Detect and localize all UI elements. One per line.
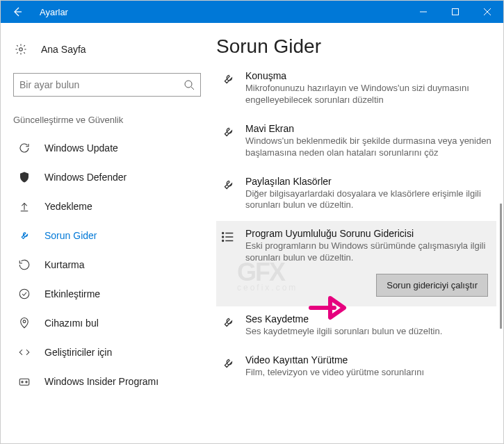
- svg-point-1: [19, 48, 23, 51]
- wrench-icon: [17, 229, 32, 242]
- sidebar-item-windows-defender[interactable]: Windows Defender: [13, 163, 201, 192]
- wrench-icon: [219, 315, 237, 330]
- nav-label: Etkinleştirme: [44, 288, 100, 299]
- troubleshooter-audio-recording[interactable]: Ses Kaydetme Ses kaydetmeyle ilgili soru…: [216, 306, 496, 347]
- nav-label: Kurtarma: [44, 259, 85, 270]
- svg-point-9: [222, 236, 224, 238]
- svg-point-6: [22, 381, 23, 383]
- troubleshooter-shared-folders[interactable]: Paylaşılan Klasörler Diğer bilgisayarlar…: [216, 169, 496, 222]
- home-label: Ana Sayfa: [41, 44, 86, 55]
- troubleshooter-speech[interactable]: Konuşma Mikrofonunuzu hazırlayın ve Wind…: [216, 63, 496, 116]
- sidebar-item-recovery[interactable]: Kurtarma: [13, 250, 201, 279]
- backup-icon: [17, 200, 32, 213]
- scrollbar[interactable]: [500, 65, 502, 426]
- sidebar-item-activation[interactable]: Etkinleştirme: [13, 279, 201, 309]
- list-icon: [219, 229, 237, 245]
- svg-point-4: [23, 320, 26, 323]
- sidebar: Ana Sayfa Bir ayar bulun Güncelleştirme …: [1, 23, 209, 443]
- find-device-icon: [17, 317, 32, 329]
- sidebar-item-find-device[interactable]: Cihazımı bul: [13, 309, 201, 338]
- sync-icon: [17, 142, 32, 154]
- window-title: Ayarlar: [34, 7, 68, 17]
- ts-desc: Ses kaydetmeyle ilgili sorunları bulun v…: [245, 326, 494, 338]
- ts-title: Mavi Ekran: [245, 123, 494, 134]
- troubleshooter-video-playback[interactable]: Video Kayıttan Yürütme Film, televizyon …: [216, 347, 496, 388]
- main-panel: Sorun Gider Konuşma Mikrofonunuzu hazırl…: [209, 23, 503, 443]
- ts-desc: Mikrofonunuzu hazırlayın ve Windows'un s…: [245, 83, 494, 106]
- nav-label: Cihazımı bul: [44, 318, 99, 329]
- home-link[interactable]: Ana Sayfa: [13, 35, 201, 63]
- svg-rect-0: [453, 9, 459, 15]
- nav-label: Geliştiriciler için: [44, 347, 112, 358]
- wrench-icon: [219, 177, 237, 192]
- troubleshooter-blue-screen[interactable]: Mavi Ekran Windows'un beklenmedik bir şe…: [216, 116, 496, 169]
- sidebar-item-developers[interactable]: Geliştiriciler için: [13, 338, 201, 367]
- sidebar-item-insider[interactable]: Windows Insider Programı: [13, 367, 201, 396]
- svg-point-7: [26, 381, 27, 383]
- minimize-button[interactable]: [407, 1, 439, 23]
- nav-label: Sorun Gider: [44, 230, 97, 241]
- gear-icon: [13, 43, 29, 56]
- ts-title: Konuşma: [245, 70, 494, 81]
- run-troubleshooter-button[interactable]: Sorun gidericiyi çalıştır: [376, 274, 488, 297]
- ts-desc: Windows'un beklenmedik bir şekilde durma…: [245, 135, 494, 159]
- wrench-icon: [219, 124, 237, 140]
- sidebar-item-troubleshoot[interactable]: Sorun Gider: [13, 221, 201, 250]
- back-button[interactable]: [1, 1, 34, 23]
- close-button[interactable]: [471, 1, 503, 23]
- ts-desc: Eski programların bu Windows sürümünde ç…: [245, 240, 494, 264]
- ts-title: Ses Kaydetme: [245, 313, 494, 324]
- svg-point-8: [222, 233, 224, 234]
- svg-rect-5: [19, 379, 29, 385]
- maximize-button[interactable]: [439, 1, 471, 23]
- ts-title: Video Kayıttan Yürütme: [245, 354, 494, 365]
- nav-label: Windows Defender: [44, 172, 127, 183]
- nav-label: Windows Insider Programı: [44, 376, 158, 387]
- troubleshooter-program-compatibility[interactable]: Program Uyumluluğu Sorunu Gidericisi Esk…: [216, 221, 496, 274]
- svg-point-2: [185, 81, 192, 88]
- nav-label: Yedekleme: [44, 201, 92, 212]
- wrench-icon: [219, 72, 237, 87]
- sidebar-group-heading: Güncelleştirme ve Güvenlik: [13, 115, 201, 125]
- sidebar-item-windows-update[interactable]: Windows Update: [13, 133, 201, 163]
- search-icon: [184, 79, 195, 90]
- page-title: Sorun Gider: [216, 35, 496, 58]
- shield-icon: [17, 171, 32, 183]
- ts-title: Program Uyumluluğu Sorunu Gidericisi: [245, 228, 494, 239]
- recovery-icon: [17, 258, 32, 271]
- ts-title: Paylaşılan Klasörler: [245, 176, 494, 187]
- svg-point-3: [19, 289, 29, 299]
- run-row: Sorun gidericiyi çalıştır: [216, 274, 496, 306]
- activation-icon: [17, 288, 32, 300]
- developers-icon: [17, 346, 32, 359]
- title-bar: Ayarlar: [1, 1, 503, 23]
- wrench-icon: [219, 356, 237, 371]
- insider-icon: [17, 375, 32, 388]
- search-placeholder: Bir ayar bulun: [19, 79, 79, 90]
- ts-desc: Film, televizyon ve video yürütme sorunl…: [245, 367, 494, 379]
- ts-desc: Diğer bilgisayarlardaki dosyalara ve kla…: [245, 188, 494, 212]
- search-input[interactable]: Bir ayar bulun: [13, 73, 201, 97]
- sidebar-item-backup[interactable]: Yedekleme: [13, 192, 201, 221]
- svg-point-10: [222, 240, 224, 242]
- nav-label: Windows Update: [44, 142, 118, 154]
